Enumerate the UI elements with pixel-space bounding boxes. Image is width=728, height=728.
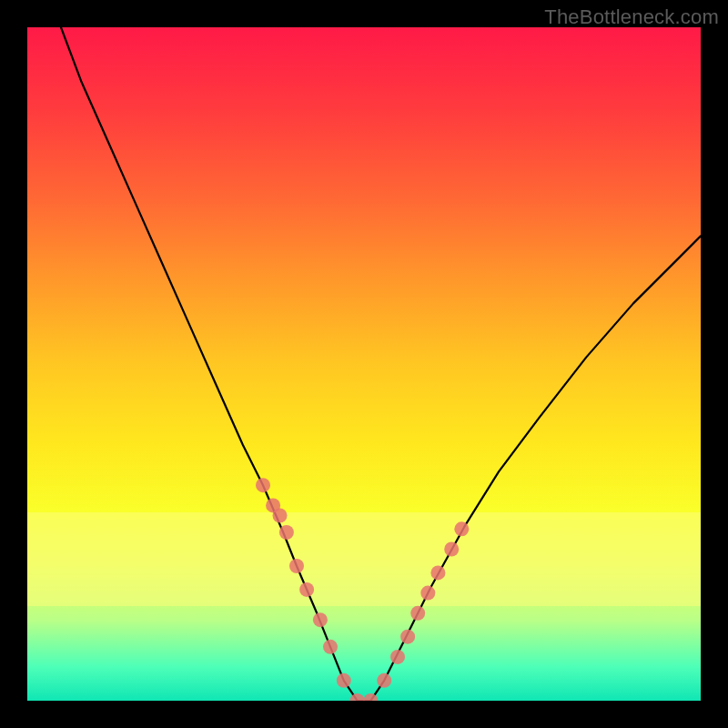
curve-line xyxy=(61,27,701,701)
marker-dot xyxy=(323,640,338,654)
marker-dots xyxy=(256,478,469,701)
marker-dot xyxy=(299,582,314,597)
marker-dot xyxy=(289,559,304,573)
marker-dot xyxy=(420,586,435,601)
chart-frame: TheBottleneck.com xyxy=(0,0,728,728)
chart-svg xyxy=(27,27,701,701)
marker-dot xyxy=(256,478,270,492)
marker-dot xyxy=(377,673,391,688)
marker-dot xyxy=(279,525,294,540)
marker-dot xyxy=(410,606,425,621)
curve-path xyxy=(61,27,701,701)
marker-dot xyxy=(273,509,288,523)
watermark-text: TheBottleneck.com xyxy=(544,5,719,29)
marker-dot xyxy=(444,542,459,557)
marker-dot xyxy=(454,521,469,536)
marker-dot xyxy=(313,612,328,627)
marker-dot xyxy=(337,673,351,688)
marker-dot xyxy=(400,630,415,644)
plot-area xyxy=(27,27,701,701)
marker-dot xyxy=(390,650,405,664)
marker-dot xyxy=(430,565,445,580)
